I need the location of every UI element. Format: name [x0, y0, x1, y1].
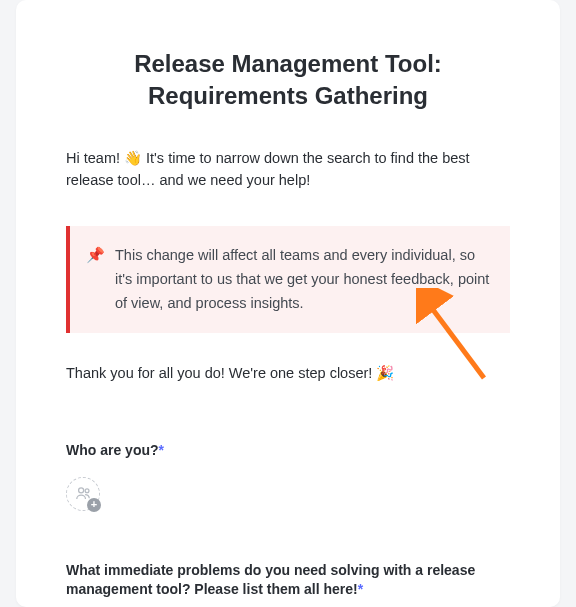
question-who: Who are you?* +: [66, 441, 510, 511]
q2-text: What immediate problems do you need solv…: [66, 562, 475, 598]
question-problems-label: What immediate problems do you need solv…: [66, 561, 510, 600]
form-card: Release Management Tool: Requirements Ga…: [16, 0, 560, 607]
svg-point-0: [78, 488, 83, 493]
intro-text: Hi team! 👋 It's time to narrow down the …: [66, 147, 510, 192]
callout-box: 📌 This change will affect all teams and …: [66, 226, 510, 334]
pushpin-icon: 📌: [86, 244, 105, 316]
question-problems: What immediate problems do you need solv…: [66, 561, 510, 607]
required-mark: *: [159, 442, 164, 458]
party-emoji: 🎉: [376, 365, 394, 381]
thanks-text: Thank you for all you do! We're one step…: [66, 363, 510, 385]
q1-text: Who are you?: [66, 442, 159, 458]
callout-text: This change will affect all teams and ev…: [115, 244, 490, 316]
thanks-pre: Thank you for all you do! We're one step…: [66, 365, 376, 381]
intro-pre: Hi team!: [66, 150, 124, 166]
svg-point-1: [85, 489, 89, 493]
people-picker[interactable]: +: [66, 477, 100, 511]
add-icon: +: [87, 498, 101, 512]
page-title: Release Management Tool: Requirements Ga…: [66, 48, 510, 113]
wave-emoji: 👋: [124, 150, 142, 166]
question-who-label: Who are you?*: [66, 441, 510, 461]
required-mark: *: [358, 581, 363, 597]
